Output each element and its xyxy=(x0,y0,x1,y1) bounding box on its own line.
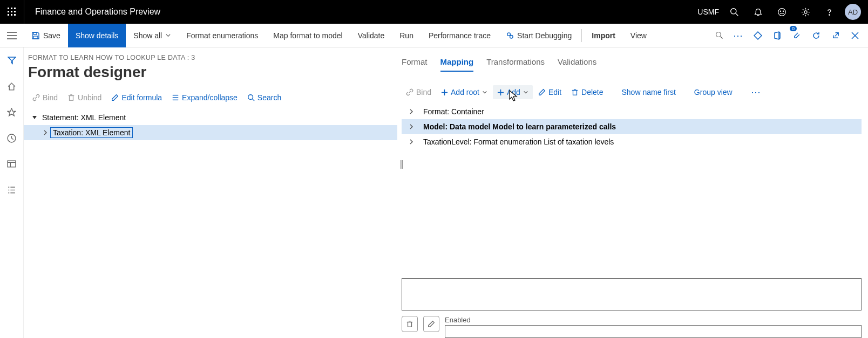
edit-button[interactable]: Edit xyxy=(534,85,566,99)
show-all-button[interactable]: Show all xyxy=(126,24,179,47)
svg-rect-53 xyxy=(408,322,412,327)
top-bar: Finance and Operations Preview USMF AD xyxy=(0,0,868,24)
tab-transformations[interactable]: Transformations xyxy=(486,57,545,72)
right-tabs: Format Mapping Transformations Validatio… xyxy=(402,54,862,72)
tab-validations[interactable]: Validations xyxy=(558,57,596,72)
search-icon[interactable] xyxy=(723,0,745,24)
caret-right-icon[interactable] xyxy=(40,130,51,135)
popout-icon[interactable] xyxy=(827,24,844,47)
svg-rect-38 xyxy=(70,96,73,101)
svg-rect-6 xyxy=(8,14,9,16)
attach-badge-icon[interactable]: 0 xyxy=(788,24,805,47)
hamburger-icon[interactable] xyxy=(0,32,24,39)
chevron-down-icon xyxy=(165,32,171,38)
bind-button[interactable]: Bind xyxy=(28,91,62,105)
main-area: FORMAT TO LEARN HOW TO LOOKUP LE DATA : … xyxy=(0,47,868,338)
right-pane: ‖ Format Mapping Transformations Validat… xyxy=(402,47,868,338)
delete-field-button[interactable] xyxy=(402,316,418,332)
save-label: Save xyxy=(43,31,60,40)
office-icon[interactable] xyxy=(769,24,786,47)
svg-point-9 xyxy=(730,8,736,13)
expression-box[interactable] xyxy=(402,278,862,311)
more-button[interactable]: ⋯ xyxy=(747,84,766,101)
tree-node[interactable]: Format: Container xyxy=(402,104,862,119)
bind-button-right[interactable]: Bind xyxy=(402,85,436,99)
start-debugging-button[interactable]: Start Debugging xyxy=(498,24,579,47)
add-root-button[interactable]: Add root xyxy=(437,85,492,99)
caret-right-icon[interactable] xyxy=(406,139,417,144)
app-launcher-icon[interactable] xyxy=(0,8,24,16)
map-format-button[interactable]: Map format to model xyxy=(266,24,350,47)
tree-node-root[interactable]: Statement: XML Element xyxy=(24,110,397,125)
svg-point-13 xyxy=(783,11,783,11)
filter-icon[interactable] xyxy=(0,52,24,69)
tree-node-label: Model: Data model Model to learn paramet… xyxy=(417,122,616,131)
run-button[interactable]: Run xyxy=(392,24,421,47)
diamond-icon[interactable] xyxy=(749,24,767,47)
save-button[interactable]: Save xyxy=(24,24,68,47)
star-icon[interactable] xyxy=(0,104,24,121)
home-icon[interactable] xyxy=(0,78,24,95)
caret-right-icon[interactable] xyxy=(406,109,417,114)
tree-node-child[interactable]: Taxation: XML Element xyxy=(24,125,397,140)
import-button[interactable]: Import xyxy=(584,24,623,47)
svg-point-24 xyxy=(716,32,721,37)
splitter-handle[interactable]: ‖ xyxy=(399,155,404,171)
show-name-first-button[interactable]: Show name first xyxy=(617,85,680,99)
edit-field-button[interactable] xyxy=(423,316,439,332)
svg-rect-50 xyxy=(573,91,577,95)
search-command-icon[interactable] xyxy=(710,24,728,47)
svg-rect-7 xyxy=(11,14,12,16)
edit-formula-button[interactable]: Edit formula xyxy=(107,91,166,105)
enabled-label: Enabled xyxy=(445,316,862,324)
tree-node-selected[interactable]: Model: Data model Model to learn paramet… xyxy=(402,119,862,134)
add-button[interactable]: Add xyxy=(493,85,533,99)
more-icon[interactable]: ⋯ xyxy=(730,24,747,47)
caret-right-icon[interactable] xyxy=(406,124,417,129)
search-button[interactable]: Search xyxy=(243,91,286,105)
tree-node[interactable]: TaxationLevel: Format enumeration List o… xyxy=(402,134,862,149)
svg-line-10 xyxy=(736,13,738,16)
tree-node-label: Taxation: XML Element xyxy=(51,128,132,137)
smiley-icon[interactable] xyxy=(771,0,792,24)
svg-line-45 xyxy=(252,99,254,101)
user-avatar[interactable]: AD xyxy=(842,0,864,24)
app-title: Finance and Operations Preview xyxy=(24,7,160,17)
close-icon[interactable] xyxy=(846,24,864,47)
validate-button[interactable]: Validate xyxy=(350,24,392,47)
svg-point-44 xyxy=(248,95,253,100)
svg-rect-20 xyxy=(33,36,38,39)
tab-format[interactable]: Format xyxy=(402,57,428,72)
left-pane: FORMAT TO LEARN HOW TO LOOKUP LE DATA : … xyxy=(24,47,402,338)
recent-icon[interactable] xyxy=(0,129,24,147)
bell-icon[interactable] xyxy=(747,0,769,24)
refresh-icon[interactable] xyxy=(808,24,825,47)
group-view-button[interactable]: Group view xyxy=(690,85,737,99)
svg-line-25 xyxy=(720,37,722,39)
modules-icon[interactable] xyxy=(0,181,24,198)
performance-trace-button[interactable]: Performance trace xyxy=(421,24,498,47)
format-enumerations-button[interactable]: Format enumerations xyxy=(179,24,266,47)
right-toolbar: Bind Add root Add Edit Delete Show name … xyxy=(402,84,862,101)
expand-collapse-button[interactable]: Expand/collapse xyxy=(167,91,242,105)
company-code[interactable]: USMF xyxy=(697,8,719,16)
chevron-down-icon xyxy=(523,89,528,95)
workspace-icon[interactable] xyxy=(0,155,24,173)
show-details-button[interactable]: Show details xyxy=(68,24,126,47)
gear-icon[interactable] xyxy=(795,0,816,24)
breadcrumb: FORMAT TO LEARN HOW TO LOOKUP LE DATA : … xyxy=(24,54,397,61)
view-button[interactable]: View xyxy=(623,24,654,47)
attach-badge-count: 0 xyxy=(790,26,797,31)
bottom-fields: Enabled xyxy=(402,278,862,338)
delete-button[interactable]: Delete xyxy=(567,85,607,99)
tree-node-label: Statement: XML Element xyxy=(40,113,126,122)
svg-rect-0 xyxy=(8,8,9,9)
svg-point-15 xyxy=(829,14,830,15)
caret-down-icon[interactable] xyxy=(29,115,40,120)
tab-mapping[interactable]: Mapping xyxy=(440,57,474,72)
unbind-button[interactable]: Unbind xyxy=(63,91,106,105)
left-rail xyxy=(0,47,24,338)
svg-point-11 xyxy=(778,8,785,16)
help-icon[interactable] xyxy=(818,0,840,24)
enabled-input[interactable] xyxy=(445,325,862,338)
